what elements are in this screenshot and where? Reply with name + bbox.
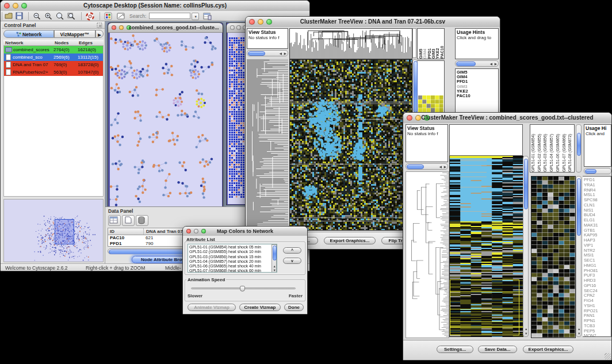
- column-label[interactable]: GPL51-08 (GSM872): [568, 125, 574, 172]
- network-row[interactable]: DNA and Tran 07 769(0) 183728(0): [4, 61, 103, 68]
- col-header-network[interactable]: Network: [3, 40, 55, 45]
- column-label[interactable]: GPL51-01 (GSM854): [531, 125, 537, 172]
- treeview-dna-titlebar[interactable]: ClusterMaker TreeView : DNA and Tran 07-…: [246, 17, 500, 28]
- move-up-button[interactable]: ^: [283, 247, 301, 254]
- scroll-left-icon[interactable]: ◀: [439, 166, 442, 169]
- resize-grip[interactable]: [605, 353, 611, 359]
- vizmapper-icon[interactable]: [104, 12, 112, 20]
- attribute-item[interactable]: GPL51-06 (GSM865) heat shock 40 min: [189, 264, 276, 269]
- column-label[interactable]: GIM4: [423, 29, 427, 59]
- vscroll-thumb[interactable]: [414, 61, 418, 113]
- animation-speed-slider[interactable]: [191, 288, 296, 289]
- attribute-item[interactable]: GPL51-03 (GSM856) heat shock 15 min: [189, 255, 276, 259]
- row-dendrogram[interactable]: [406, 171, 449, 338]
- zoom-fit-icon[interactable]: [67, 12, 75, 20]
- zoom-selected-icon[interactable]: [56, 12, 64, 20]
- column-label[interactable]: PAC10: [440, 29, 444, 59]
- view-status-scrollbar[interactable]: ◀ ▶: [247, 50, 288, 56]
- scroll-right-icon[interactable]: ▶: [284, 52, 286, 56]
- overview-viewport-rect[interactable]: [55, 219, 74, 244]
- gene-list-scrollbar[interactable]: ▲ ▼: [576, 176, 582, 337]
- scroll-down-icon[interactable]: ▼: [525, 332, 527, 336]
- slider-thumb[interactable]: [240, 286, 245, 292]
- row-label[interactable]: PAC10: [457, 94, 498, 98]
- done-button[interactable]: Done: [284, 304, 304, 311]
- attribute-item[interactable]: GPL51-04 (GSM857) heat shock 20 min: [189, 259, 276, 264]
- network-row[interactable]: combined_scores 2764(0) 16218(0): [4, 46, 103, 53]
- minimize-icon[interactable]: [119, 25, 124, 30]
- search-input[interactable]: [149, 13, 190, 19]
- scroll-right-icon[interactable]: ▶: [444, 166, 446, 169]
- attribute-browser-icon[interactable]: [203, 12, 212, 20]
- save-icon[interactable]: [16, 12, 23, 20]
- vscroll-thumb[interactable]: [524, 159, 528, 209]
- combined-heatmap[interactable]: [449, 156, 523, 337]
- create-vizmap-button[interactable]: Create Vizmap: [239, 304, 281, 311]
- overview-canvas[interactable]: [4, 200, 103, 262]
- row-dendrogram[interactable]: [247, 59, 288, 231]
- usage-hints-scrollbar[interactable]: [584, 168, 611, 174]
- tab-overflow-button[interactable]: ▶: [95, 30, 104, 38]
- id-column-header[interactable]: ID: [108, 228, 144, 235]
- column-label[interactable]: GPL51-03 (GSM856): [543, 125, 549, 172]
- attribute-item[interactable]: GPL51-07 (GSM868) heat shock 60 min: [189, 269, 276, 273]
- open-icon[interactable]: [5, 12, 13, 20]
- scroll-thumb[interactable]: [248, 51, 265, 56]
- scroll-up-icon[interactable]: ▲: [577, 328, 580, 331]
- select-attributes-icon[interactable]: [108, 215, 121, 226]
- scroll-thumb[interactable]: [456, 62, 476, 66]
- dna-heatmap[interactable]: [289, 59, 412, 231]
- scroll-up-icon[interactable]: ▲: [525, 328, 527, 331]
- zoom-in-icon[interactable]: [44, 12, 52, 20]
- minimize-icon[interactable]: [236, 25, 241, 30]
- col-header-nodes[interactable]: Nodes: [55, 40, 79, 45]
- tab-vizmapper[interactable]: VizMapper™: [54, 30, 95, 38]
- save-data-button[interactable]: Save Data...: [478, 346, 517, 353]
- network-table-header[interactable]: Network Nodes Edges: [3, 40, 104, 46]
- delete-attribute-icon[interactable]: [136, 215, 148, 226]
- move-down-button[interactable]: v: [283, 258, 301, 264]
- column-label[interactable]: YKE2: [435, 29, 439, 59]
- network-overview[interactable]: [3, 199, 104, 262]
- scroll-left-icon[interactable]: ◀: [280, 52, 282, 56]
- attribute-item[interactable]: GPL51-02 (GSM855) heat shock 10 min: [189, 250, 276, 254]
- column-label[interactable]: GPL51-06 (GSM865): [556, 125, 562, 172]
- column-dendrogram[interactable]: [289, 28, 412, 59]
- usage-hints-scrollbar[interactable]: ◀ ▶: [455, 60, 499, 67]
- column-label[interactable]: GPL51-04 (GSM857): [549, 125, 556, 172]
- column-label[interactable]: GPL51-02 (GSM855): [537, 125, 544, 172]
- close-icon[interactable]: [112, 25, 116, 30]
- settings-button[interactable]: Settings...: [437, 346, 473, 353]
- new-attribute-icon[interactable]: [122, 215, 135, 226]
- export-graphics-button[interactable]: Export Graphics...: [523, 346, 573, 353]
- scroll-thumb[interactable]: [585, 169, 596, 174]
- treeview-combined-titlebar[interactable]: ClusterMaker TreeView : combined_scores_…: [403, 113, 611, 124]
- network-view-titlebar[interactable]: combined_scores_good.txt--cluste...: [108, 23, 223, 33]
- dialog-titlebar[interactable]: Map Colors to Network: [183, 227, 307, 236]
- combined-heatmap-vscrollbar[interactable]: ▲ ▼: [523, 156, 529, 337]
- cytoscape-titlebar[interactable]: Cytoscape Desktop (Session Name: collins…: [1, 1, 309, 12]
- zoom-out-icon[interactable]: [33, 12, 41, 20]
- network-canvas[interactable]: [110, 33, 222, 206]
- tab-network[interactable]: Network: [3, 30, 54, 38]
- column-dendrogram-area[interactable]: [449, 124, 523, 156]
- view-status-scrollbar[interactable]: ◀ ▶: [406, 163, 448, 170]
- search-dropdown-icon[interactable]: ▼: [192, 13, 199, 20]
- vscroll-thumb[interactable]: [577, 133, 581, 156]
- help-lifering-icon[interactable]: [86, 12, 94, 21]
- network-row[interactable]: combined_sco 2569(6) 13112(15): [4, 53, 103, 61]
- scroll-right-icon[interactable]: ▶: [495, 63, 497, 66]
- network-row[interactable]: RNAPuberNov2+ 563(0) 107847(0): [4, 68, 103, 76]
- annotation-icon[interactable]: [117, 12, 125, 20]
- attribute-item[interactable]: GPL51-01 (GSM854) heat shock 05 min: [189, 245, 276, 250]
- close-icon[interactable]: [230, 25, 235, 30]
- attribute-list-scrollbar[interactable]: ▲ ▼: [271, 244, 277, 273]
- scroll-down-icon[interactable]: ▼: [577, 332, 580, 336]
- col-header-edges[interactable]: Edges: [79, 40, 104, 45]
- float-panel-icon[interactable]: [97, 22, 102, 28]
- export-graphics-button[interactable]: Export Graphics...: [324, 237, 376, 244]
- combined-sub-heatmap[interactable]: [531, 176, 576, 338]
- vscroll-thumb[interactable]: [273, 246, 277, 260]
- scroll-left-icon[interactable]: ◀: [490, 63, 492, 66]
- attribute-listbox[interactable]: GPL51-01 (GSM854) heat shock 05 minGPL51…: [188, 244, 277, 273]
